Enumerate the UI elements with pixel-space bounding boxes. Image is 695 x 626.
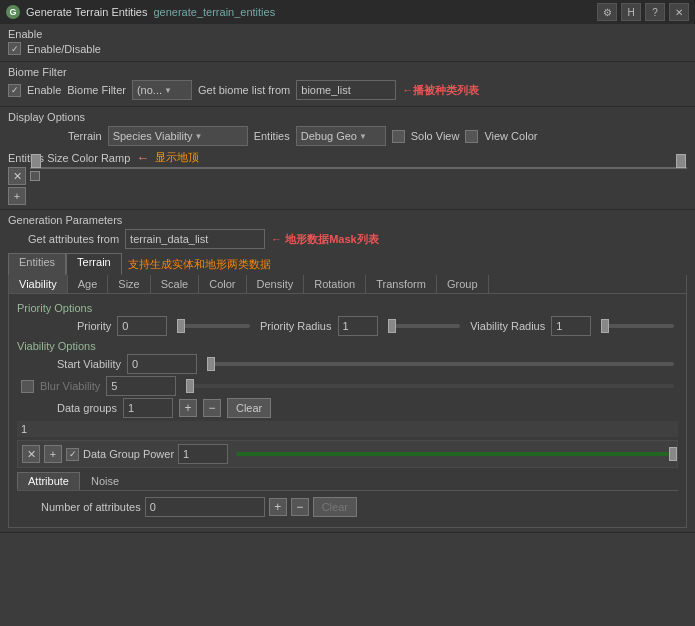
priority-slider[interactable] [177, 324, 250, 328]
num-attr-minus[interactable]: − [291, 498, 309, 516]
priority-radius-slider[interactable] [388, 324, 461, 328]
gen-params-label: Generation Parameters [8, 214, 122, 226]
color-ramp-row: Entities Size Color Ramp ← 显示地顶 [8, 150, 687, 165]
get-list-label: Get biome list from [198, 84, 290, 96]
priority-row: Priority Priority Radius Viability Radiu… [17, 316, 678, 336]
biome-list-input[interactable] [296, 80, 396, 100]
gen-params-section: Generation Parameters Get attributes fro… [0, 210, 695, 533]
start-viability-input[interactable] [127, 354, 197, 374]
data-group-number: 1 [21, 423, 27, 435]
get-attr-label: Get attributes from [28, 233, 119, 245]
inner-tab-noise[interactable]: Noise [80, 472, 130, 490]
inner-tabs: Attribute Noise [17, 472, 678, 491]
tab-entities[interactable]: Entities [8, 253, 66, 275]
color-ramp-bar [30, 167, 687, 169]
data-group-row: ✕ + Data Group Power [17, 440, 678, 468]
biome-tag: ←播被种类列表 [402, 83, 479, 98]
main-tabs: Entities Terrain 支持生成实体和地形两类数据 [8, 253, 687, 275]
view-color-label: View Color [484, 130, 537, 142]
entities-dropdown[interactable]: Debug Geo ▼ [296, 126, 386, 146]
inner-tab-attribute[interactable]: Attribute [17, 472, 80, 490]
display-label: Display Options [8, 111, 85, 123]
terrain-dropdown[interactable]: Species Viability ▼ [108, 126, 248, 146]
data-group-remove[interactable]: ✕ [22, 445, 40, 463]
solo-view-label: Solo View [411, 130, 460, 142]
app-subtitle: generate_terrain_entities [153, 6, 275, 18]
solo-view-checkbox[interactable] [392, 130, 405, 143]
params-area: Priority Options Priority Priority Radiu… [8, 294, 687, 528]
priority-radius-input[interactable] [338, 316, 378, 336]
num-attr-input[interactable] [145, 497, 265, 517]
num-attr-label: Number of attributes [41, 501, 141, 513]
sub-tab-color[interactable]: Color [199, 275, 246, 293]
blur-viability-input[interactable] [106, 376, 176, 396]
biome-filter-section: Biome Filter Enable Biome Filter (no... … [0, 62, 695, 107]
color-ramp-label: Entities Size Color Ramp [8, 152, 130, 164]
data-group-checkbox[interactable] [66, 448, 79, 461]
data-groups-clear[interactable]: Clear [227, 398, 271, 418]
close-button[interactable]: ✕ [669, 3, 689, 21]
num-attr-row: Number of attributes + − Clear [21, 497, 674, 517]
sub-tab-density[interactable]: Density [247, 275, 305, 293]
biome-enable-checkbox[interactable] [8, 84, 21, 97]
enable-checkbox[interactable] [8, 42, 21, 55]
ramp-handle-right[interactable] [676, 154, 686, 168]
gen-tag: ← 地形数据Mask列表 [271, 232, 379, 247]
viability-options-label: Viability Options [17, 340, 678, 352]
priority-input[interactable] [117, 316, 167, 336]
blur-checkbox[interactable] [21, 380, 34, 393]
ramp-handle-left[interactable] [31, 154, 41, 168]
data-groups-input[interactable] [123, 398, 173, 418]
biome-enable-label: Enable [27, 84, 61, 96]
blur-slider[interactable] [186, 384, 674, 388]
display-options-section: Display Options Terrain Species Viabilit… [0, 107, 695, 210]
h-button[interactable]: H [621, 3, 641, 21]
start-viability-row: Start Viability [17, 354, 678, 374]
data-group-number-row: 1 [17, 421, 678, 437]
priority-text: Priority [77, 320, 111, 332]
app-title: Generate Terrain Entities [26, 6, 147, 18]
tab-highlight: 支持生成实体和地形两类数据 [128, 253, 271, 275]
ramp-add-btn[interactable]: + [8, 187, 26, 205]
enable-row: Enable/Disable [8, 42, 687, 55]
data-group-slider[interactable] [236, 452, 669, 456]
ramp-pointer[interactable] [30, 171, 40, 181]
sub-tab-size[interactable]: Size [108, 275, 150, 293]
data-group-power-input[interactable] [178, 444, 228, 464]
num-attr-clear[interactable]: Clear [313, 497, 357, 517]
viability-radius-input[interactable] [551, 316, 591, 336]
enable-label: Enable [8, 28, 42, 40]
sub-tab-scale[interactable]: Scale [151, 275, 200, 293]
view-color-checkbox[interactable] [465, 130, 478, 143]
biome-filter-label: Biome Filter [8, 66, 67, 78]
sub-tab-viability[interactable]: Viability [9, 275, 68, 293]
terrain-label: Terrain [68, 130, 102, 142]
display-annotation: 显示地顶 [155, 150, 199, 165]
arrow-icon: ← [136, 150, 149, 165]
sub-tab-group[interactable]: Group [437, 275, 489, 293]
sub-tab-transform[interactable]: Transform [366, 275, 437, 293]
start-viability-label: Start Viability [57, 358, 121, 370]
display-row: Terrain Species Viability ▼ Entities Deb… [8, 126, 687, 146]
sub-tab-rotation[interactable]: Rotation [304, 275, 366, 293]
data-groups-minus[interactable]: − [203, 399, 221, 417]
data-group-add[interactable]: + [44, 445, 62, 463]
data-groups-plus[interactable]: + [179, 399, 197, 417]
start-viability-slider[interactable] [207, 362, 674, 366]
data-groups-label: Data groups [57, 402, 117, 414]
blur-viability-row: Blur Viability [17, 376, 678, 396]
biome-dropdown[interactable]: (no... ▼ [132, 80, 192, 100]
terrain-data-input[interactable] [125, 229, 265, 249]
tab-terrain[interactable]: Terrain [66, 253, 122, 275]
sub-tab-age[interactable]: Age [68, 275, 109, 293]
sub-tabs: Viability Age Size Scale Color Density R… [8, 275, 687, 294]
num-attr-plus[interactable]: + [269, 498, 287, 516]
viability-radius-label: Viability Radius [470, 320, 545, 332]
help-button[interactable]: ? [645, 3, 665, 21]
priority-radius-label: Priority Radius [260, 320, 332, 332]
data-group-power-label: Data Group Power [83, 448, 174, 460]
ramp-remove-btn[interactable]: ✕ [8, 167, 26, 185]
title-buttons: ⚙ H ? ✕ [597, 3, 689, 21]
gear-button[interactable]: ⚙ [597, 3, 617, 21]
viability-radius-slider[interactable] [601, 324, 674, 328]
